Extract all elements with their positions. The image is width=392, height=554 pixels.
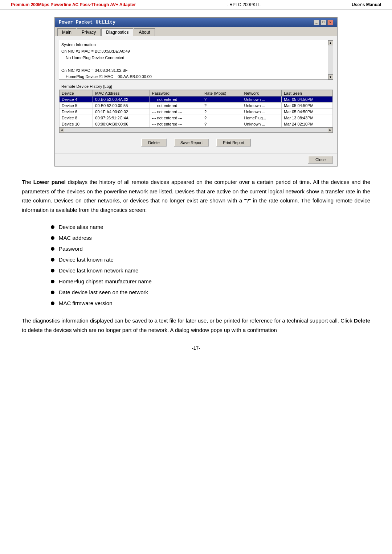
- col-last-seen: Last Seen: [282, 90, 333, 97]
- list-item-text: Device last known rate: [59, 254, 114, 265]
- list-item-text: MAC firmware version: [59, 298, 113, 309]
- title-bar-buttons: _ □ ✕: [314, 20, 333, 25]
- nic2-device-mac: HomePlug Device #1 MAC = 00:AA:BB:00:00:…: [61, 74, 325, 80]
- system-info-content: On NIC #1 MAC = BC:30:5B:BE:A0:49 No Hom…: [61, 48, 325, 80]
- bullet-dot-icon: [51, 269, 54, 272]
- print-report-button[interactable]: Print Report: [216, 139, 251, 147]
- tab-privacy[interactable]: Privacy: [77, 28, 101, 36]
- list-item: Password: [51, 243, 370, 254]
- tab-main[interactable]: Main: [57, 28, 76, 36]
- list-item: Date device last seen on the network: [51, 287, 370, 298]
- main-content: Power Packet Utility _ □ ✕ Main Privacy …: [0, 10, 392, 365]
- table-row[interactable]: Device 800:07:26:91:2C:4A--- not entered…: [60, 115, 333, 121]
- close-window-button[interactable]: ✕: [327, 20, 333, 25]
- list-item-text: HomePlug chipset manufacturer name: [59, 276, 152, 287]
- table-row[interactable]: Device 400:B0:52:00:4A:02--- not entered…: [60, 97, 333, 103]
- cell-rate: ?: [202, 97, 242, 103]
- cell-mac: 00:B0:52:00:4A:02: [93, 97, 150, 103]
- cell-device: Device 8: [60, 115, 93, 121]
- page-number: -17-: [22, 345, 370, 358]
- list-item: MAC firmware version: [51, 298, 370, 309]
- spacer1: [61, 61, 325, 67]
- tab-about[interactable]: About: [134, 28, 155, 36]
- save-report-button[interactable]: Save Report: [174, 139, 209, 147]
- bullet-dot-icon: [51, 280, 54, 283]
- delete-button[interactable]: Delete: [141, 139, 167, 147]
- horizontal-scrollbar[interactable]: ◄ ►: [59, 127, 333, 132]
- list-item-text: Device alias name: [59, 222, 103, 233]
- table-row[interactable]: Device 500:B0:52:00:00:55--- not entered…: [60, 103, 333, 109]
- cell-password: --- not entered ---: [150, 97, 202, 103]
- body-paragraph-1: The Lower panel displays the history of …: [22, 177, 370, 214]
- cell-network: Unknown ...: [242, 97, 282, 103]
- header-product: Premium 200Mbps Powerline AC Pass-Throug…: [11, 2, 136, 7]
- nic2-mac: On NIC #2 MAC = 34:08:04:31:02:BF: [61, 67, 325, 74]
- scroll-left-button[interactable]: ◄: [59, 128, 64, 133]
- list-item: MAC address: [51, 233, 370, 243]
- list-item-text: Date device last seen on the network: [59, 287, 148, 298]
- cell-lastSeen: Mar 24 02:10PM: [282, 121, 333, 127]
- bullet-dot-icon: [51, 258, 54, 262]
- scroll-right-button[interactable]: ►: [328, 128, 333, 133]
- nic1-status: No HomePlug Device Connected: [61, 55, 325, 61]
- log-section: Remote Device History [Log] Device MAC A…: [59, 83, 333, 133]
- list-item-text: Device last known network name: [59, 265, 138, 276]
- cell-network: HomePlug...: [242, 115, 282, 121]
- list-item: Device last known network name: [51, 265, 370, 276]
- app-window: Power Packet Utility _ □ ✕ Main Privacy …: [54, 17, 338, 167]
- header-manual: User's Manual: [352, 2, 381, 7]
- list-item: Device alias name: [51, 222, 370, 233]
- cell-rate: ?: [202, 103, 242, 109]
- tab-diagnostics[interactable]: Diagnostics: [101, 28, 133, 36]
- cell-network: Unknown ...: [242, 109, 282, 115]
- cell-device: Device 6: [60, 109, 93, 115]
- scroll-up-button[interactable]: ▲: [328, 40, 333, 45]
- cell-password: --- not entered ---: [150, 103, 202, 109]
- table-header-row: Device MAC Address Password Rate (Mbps) …: [60, 90, 333, 97]
- scroll-down-button[interactable]: ▼: [328, 74, 333, 79]
- cell-device: Device 10: [60, 121, 93, 127]
- bullet-dot-icon: [51, 236, 54, 240]
- bold-lower-panel: Lower panel: [33, 179, 66, 185]
- table-row[interactable]: Device 600:1F:A4:90:00:02--- not entered…: [60, 109, 333, 115]
- col-device: Device: [60, 90, 93, 97]
- minimize-button[interactable]: _: [314, 20, 319, 25]
- cell-device: Device 4: [60, 97, 93, 103]
- bullet-list: Device alias nameMAC addressPasswordDevi…: [51, 222, 370, 309]
- cell-device: Device 5: [60, 103, 93, 109]
- nic1-mac: On NIC #1 MAC = BC:30:5B:BE:A0:49: [61, 48, 325, 55]
- cell-password: --- not entered ---: [150, 115, 202, 121]
- cell-mac: 00:1F:A4:90:00:02: [93, 109, 150, 115]
- col-network: Network: [242, 90, 282, 97]
- cell-mac: 00:B0:52:00:00:55: [93, 103, 150, 109]
- cell-lastSeen: Mar 05 04:50PM: [282, 103, 333, 109]
- action-button-row: Delete Save Report Print Report: [59, 136, 333, 149]
- list-item-text: MAC address: [59, 233, 92, 243]
- cell-rate: ?: [202, 109, 242, 115]
- cell-lastSeen: Mar 13 08:43PM: [282, 115, 333, 121]
- cell-network: Unknown ...: [242, 121, 282, 127]
- col-rate: Rate (Mbps): [202, 90, 242, 97]
- bullet-dot-icon: [51, 291, 54, 294]
- bold-delete: Delete: [354, 317, 370, 324]
- maximize-button[interactable]: □: [320, 20, 326, 25]
- system-info-title: System Information: [61, 42, 325, 47]
- close-button[interactable]: Close: [308, 156, 333, 164]
- scroll-track: [328, 45, 333, 74]
- system-info-panel: System Information On NIC #1 MAC = BC:30…: [59, 40, 333, 80]
- body-paragraph-2: The diagnostics information displayed ca…: [22, 316, 370, 335]
- device-table: Device MAC Address Password Rate (Mbps) …: [59, 90, 333, 127]
- list-item-text: Password: [59, 243, 83, 254]
- list-item: Device last known rate: [51, 254, 370, 265]
- cell-lastSeen: Mar 05 04:50PM: [282, 97, 333, 103]
- col-mac: MAC Address: [93, 90, 150, 97]
- cell-mac: 00:00:0A:B0:00:06: [93, 121, 150, 127]
- bullet-dot-icon: [51, 247, 54, 251]
- system-info-scrollbar[interactable]: ▲ ▼: [328, 40, 333, 79]
- header-model: - RPLC-200PKIT-: [227, 2, 261, 7]
- log-section-title: Remote Device History [Log]: [59, 83, 333, 90]
- title-bar: Power Packet Utility _ □ ✕: [55, 18, 337, 27]
- cell-rate: ?: [202, 121, 242, 127]
- table-row[interactable]: Device 1000:00:0A:B0:00:06--- not entere…: [60, 121, 333, 127]
- bullet-dot-icon: [51, 301, 54, 305]
